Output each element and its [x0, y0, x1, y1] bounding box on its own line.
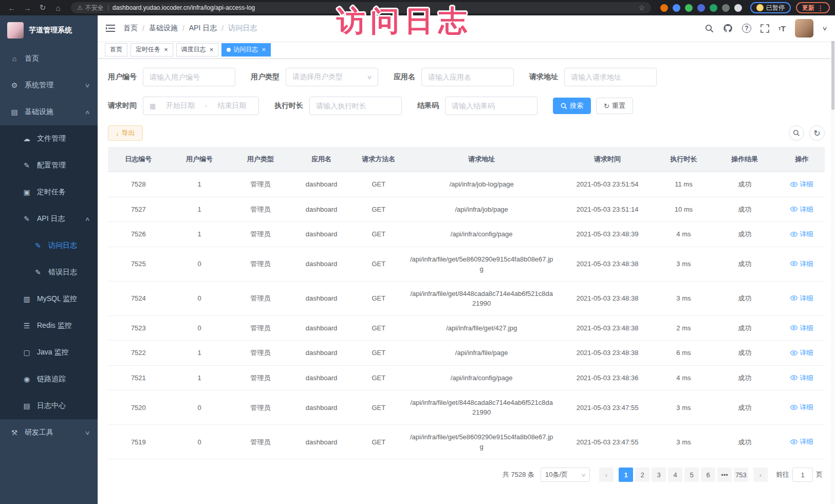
next-page-button[interactable]: › — [753, 468, 768, 482]
font-size-icon[interactable]: тT — [778, 24, 786, 33]
page-button[interactable]: 1 — [619, 468, 633, 482]
detail-link[interactable]: 详细 — [790, 204, 813, 214]
ext-pinned-star-icon[interactable] — [734, 4, 742, 12]
sidebar-item-infra[interactable]: ▤ 基础设施 ∧ — [0, 99, 98, 125]
sidebar-item-home[interactable]: ⌂ 首页 — [0, 45, 98, 72]
hamburger-icon[interactable] — [106, 24, 115, 32]
refresh-table-button[interactable]: ↻ — [809, 125, 825, 141]
sidebar-item-trace[interactable]: ◉ 链路追踪 — [0, 366, 98, 393]
cell-app-name: dashboard — [291, 247, 352, 281]
page-button[interactable]: 5 — [684, 468, 699, 482]
reload-icon[interactable]: ↻ — [36, 3, 49, 12]
app-name-input[interactable] — [428, 73, 507, 81]
prev-page-button[interactable]: ‹ — [599, 468, 614, 482]
sidebar-item-label: 首页 — [25, 54, 89, 63]
url-bar[interactable]: ⚠ 不安全 dashboard.yudao.iocoder.cn/infra/l… — [71, 2, 651, 13]
ext-orange-icon[interactable] — [660, 4, 668, 12]
column-header: 操作结果 — [710, 147, 779, 172]
ext-blue-shield-icon[interactable] — [673, 4, 680, 12]
duration-input[interactable] — [316, 102, 395, 110]
forward-icon[interactable]: → — [21, 4, 34, 12]
sidebar-item-mysql[interactable]: ▥ MySQL 监控 — [0, 286, 98, 312]
detail-link[interactable]: 详细 — [790, 373, 813, 383]
user-type-select[interactable]: 请选择用户类型 ∨ — [286, 68, 378, 86]
jump-page-input[interactable] — [792, 468, 813, 482]
view-tab[interactable]: 访问日志 × — [221, 43, 271, 57]
detail-link[interactable]: 详细 — [790, 179, 813, 189]
detail-link[interactable]: 详细 — [790, 348, 813, 358]
sidebar-item-config[interactable]: ✎ 配置管理 — [0, 152, 98, 179]
sidebar-item-java[interactable]: ▢ Java 监控 — [0, 339, 98, 366]
profile-paused-pill[interactable]: 已暂停 — [750, 2, 791, 13]
edit-icon: ✎ — [23, 161, 31, 170]
detail-link[interactable]: 详细 — [790, 259, 813, 269]
access-log-icon: ✎ — [34, 241, 42, 250]
result-code-input[interactable] — [452, 102, 531, 110]
view-tab[interactable]: 调度日志 × — [176, 43, 219, 57]
ext-green-circle-icon[interactable] — [685, 4, 693, 12]
request-url-input[interactable] — [571, 73, 650, 81]
user-avatar[interactable] — [795, 19, 813, 38]
user-id-input[interactable] — [150, 73, 229, 81]
search-button[interactable]: 搜索 — [553, 98, 591, 114]
ext-grid-icon[interactable] — [697, 4, 705, 12]
schedule-icon: ▣ — [23, 188, 31, 196]
breadcrumb-item[interactable]: 首页 — [123, 24, 138, 33]
sidebar-item-error-log[interactable]: ✎ 错误日志 — [0, 259, 98, 286]
breadcrumb-item[interactable]: 访问日志 — [228, 24, 257, 33]
page-button[interactable]: 3 — [652, 468, 666, 482]
toggle-search-button[interactable] — [789, 125, 804, 141]
access-log-table: 日志编号用户编号用户类型应用名请求方法名请求地址请求时间执行时长操作结果操作 7… — [108, 147, 825, 459]
search-icon[interactable] — [705, 24, 714, 33]
scrollbar[interactable] — [831, 15, 835, 504]
detail-link[interactable]: 详细 — [790, 293, 813, 303]
ext-green-badge-icon[interactable] — [710, 4, 717, 12]
sidebar-item-dev-tools[interactable]: ⚒ 研发工具 ∨ — [0, 419, 98, 446]
date-range-picker[interactable]: ▦ 开始日期 - 结束日期 — [143, 97, 259, 115]
fullscreen-icon[interactable] — [760, 24, 769, 33]
breadcrumb: 首页 / 基础设施 / API 日志 / 访问日志 — [123, 24, 257, 33]
detail-link[interactable]: 详细 — [790, 323, 813, 333]
update-button[interactable]: 更新 ⋮ — [796, 2, 830, 13]
detail-link[interactable]: 详细 — [790, 229, 813, 239]
page-button[interactable]: 2 — [635, 468, 650, 482]
browser-home-icon[interactable]: ⌂ — [51, 4, 65, 12]
detail-link[interactable]: 详细 — [790, 402, 813, 412]
sidebar-item-file[interactable]: ☁ 文件管理 — [0, 125, 98, 152]
help-icon[interactable]: ? — [742, 24, 751, 33]
breadcrumb-item[interactable]: API 日志 — [189, 24, 217, 33]
sidebar-item-api-log[interactable]: ✎ API 日志 ∧ — [0, 206, 98, 232]
page-button[interactable]: 4 — [668, 468, 682, 482]
caret-down-icon[interactable]: ∨ — [822, 25, 827, 32]
breadcrumb-item[interactable]: 基础设施 — [149, 24, 178, 33]
sidebar-item-redis[interactable]: ☰ Redis 监控 — [0, 312, 98, 339]
close-icon[interactable]: × — [262, 46, 266, 53]
export-button[interactable]: ↓ 导出 — [108, 125, 143, 141]
cell-log-id: 7522 — [108, 341, 169, 366]
view-tab[interactable]: 首页 — [105, 43, 127, 57]
view-tab[interactable]: 定时任务 × — [131, 43, 173, 57]
sidebar-item-system[interactable]: ⚙ 系统管理 ∨ — [0, 72, 98, 99]
page-button[interactable]: 6 — [701, 468, 715, 482]
reset-button[interactable]: ↻ 重置 — [596, 98, 633, 114]
close-icon[interactable]: × — [210, 46, 214, 53]
browser-menu-icon[interactable]: ⋮ — [817, 4, 824, 12]
logo-image — [7, 22, 24, 39]
page-button[interactable]: ••• — [717, 468, 732, 482]
sidebar-item-access-log[interactable]: ✎ 访问日志 — [0, 232, 98, 259]
github-icon[interactable] — [723, 24, 733, 33]
ext-gray-icon[interactable] — [722, 4, 730, 12]
app-logo[interactable]: 芋道管理系统 — [0, 15, 98, 45]
bookmark-star-icon[interactable]: ☆ — [638, 4, 645, 12]
sidebar-item-log-center[interactable]: ▤ 日志中心 — [0, 393, 98, 419]
detail-link-label: 详细 — [800, 259, 813, 269]
detail-link[interactable]: 详细 — [790, 437, 813, 446]
sidebar-item-label: Java 监控 — [37, 348, 89, 357]
cell-method: GET — [352, 172, 405, 197]
sidebar-item-job[interactable]: ▣ 定时任务 — [0, 179, 98, 206]
sidebar-item-label: 基础设施 — [25, 107, 79, 117]
page-size-select[interactable]: 10条/页 ∨ — [541, 468, 590, 482]
page-button[interactable]: 753 — [734, 468, 748, 482]
close-icon[interactable]: × — [164, 46, 168, 53]
back-icon[interactable]: ← — [5, 4, 18, 12]
